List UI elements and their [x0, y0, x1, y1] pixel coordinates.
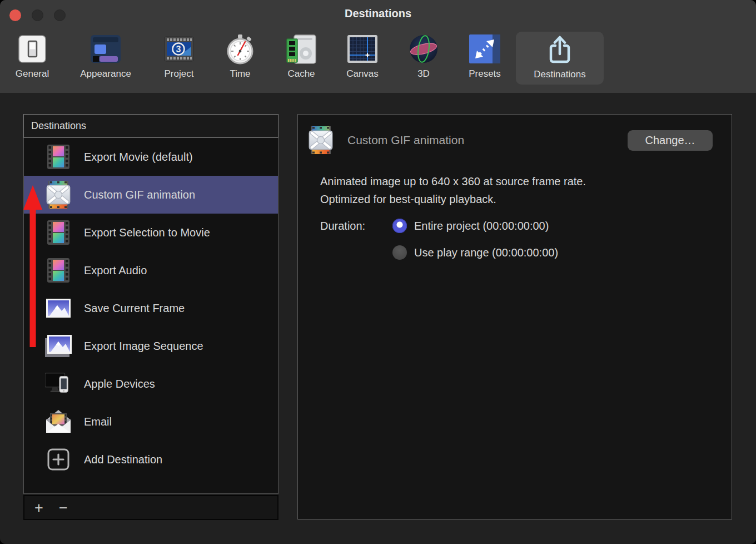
toolbar-item-cache[interactable]: Cache [282, 33, 320, 80]
destinations-list: Export Movie (default) Custom GIF animat… [23, 138, 278, 494]
toolbar-label: Presets [469, 68, 501, 80]
project-icon: 3 [163, 33, 195, 65]
photo-icon [45, 299, 72, 318]
list-header: Destinations [23, 114, 278, 138]
detail-panel: Custom GIF animation Change… Animated im… [297, 114, 732, 520]
radio-entire-project[interactable]: Entire project (00:00:00:00) [392, 219, 558, 233]
apple-devices-icon [45, 373, 72, 395]
detail-header: Custom GIF animation Change… [298, 115, 732, 154]
email-icon [45, 409, 72, 434]
toolbar-label: Destinations [534, 69, 586, 80]
annotation-arrow-up-icon [23, 185, 43, 347]
toolbar-item-appearance[interactable]: Appearance [70, 33, 141, 80]
preferences-window: Destinations General Appea [0, 0, 756, 544]
time-icon [225, 33, 256, 65]
photo-stack-icon [45, 335, 72, 357]
toolbar-item-destinations[interactable]: Destinations [516, 32, 604, 85]
toolbar-item-general[interactable]: General [9, 33, 56, 80]
list-item-email[interactable]: Email [24, 403, 278, 441]
description-line: Animated image up to 640 x 360 at source… [320, 172, 732, 190]
duration-label: Duration: [320, 219, 379, 272]
detail-title: Custom GIF animation [347, 133, 464, 147]
toolbar-label: Canvas [346, 68, 379, 80]
change-button[interactable]: Change… [628, 130, 713, 151]
list-item-add-destination[interactable]: Add Destination [24, 441, 278, 478]
list-item-export-selection[interactable]: Export Selection to Movie [24, 214, 278, 251]
list-item-label: Export Movie (default) [84, 151, 193, 164]
appearance-icon [90, 33, 121, 65]
toolbar-label: Project [165, 68, 194, 80]
radio-label: Use play range (00:00:00:00) [414, 246, 558, 259]
window-chrome: Destinations General Appea [0, 0, 756, 93]
toolbar-item-time[interactable]: Time [225, 33, 256, 80]
list-item-label: Save Current Frame [84, 302, 185, 315]
general-icon [17, 33, 48, 65]
canvas-icon [347, 33, 378, 65]
custom-gif-icon [307, 126, 334, 154]
duration-radio-group: Entire project (00:00:00:00) Use play ra… [392, 219, 558, 272]
list-item-label: Export Image Sequence [84, 340, 203, 353]
list-item-label: Custom GIF animation [84, 189, 195, 201]
film-strip-icon [45, 220, 72, 245]
list-item-custom-gif-animation[interactable]: Custom GIF animation [24, 176, 278, 214]
toolbar-item-project[interactable]: 3 Project [158, 33, 200, 80]
window-title: Destinations [0, 7, 756, 20]
toolbar-item-canvas[interactable]: Canvas [341, 33, 384, 80]
list-item-export-audio[interactable]: Export Audio [24, 251, 278, 289]
list-item-label: Email [84, 416, 112, 428]
list-item-export-image-sequence[interactable]: Export Image Sequence [24, 327, 278, 365]
add-icon [45, 448, 72, 471]
toolbar-label: Appearance [80, 68, 131, 80]
remove-destination-button[interactable]: − [56, 502, 71, 513]
description-line: Optimized for best-quality playback. [320, 190, 732, 208]
toolbar-label: General [16, 68, 49, 80]
toolbar-label: Cache [287, 68, 315, 80]
detail-description: Animated image up to 640 x 360 at source… [320, 172, 732, 208]
radio-label: Entire project (00:00:00:00) [414, 220, 549, 233]
toolbar-label: 3D [417, 68, 430, 80]
toolbar-label: Time [230, 68, 250, 80]
cache-icon [286, 33, 317, 65]
list-item-label: Add Destination [84, 453, 162, 466]
preferences-toolbar: General Appearance [0, 31, 756, 93]
radio-use-play-range[interactable]: Use play range (00:00:00:00) [392, 245, 558, 260]
list-item-export-movie[interactable]: Export Movie (default) [24, 138, 278, 176]
list-item-label: Export Selection to Movie [84, 226, 210, 239]
list-footer: + − [23, 495, 278, 520]
list-item-label: Export Audio [84, 264, 147, 277]
film-strip-icon [45, 145, 72, 169]
3d-icon [408, 33, 439, 65]
list-item-save-current-frame[interactable]: Save Current Frame [24, 289, 278, 327]
compressor-gif-icon [45, 181, 72, 209]
add-destination-button[interactable]: + [32, 502, 46, 513]
list-item-label: Apple Devices [84, 378, 155, 390]
toolbar-item-3d[interactable]: 3D [411, 33, 436, 80]
film-strip-icon [45, 258, 72, 283]
toolbar-item-presets[interactable]: Presets [462, 33, 507, 80]
destinations-icon [544, 34, 575, 65]
list-header-label: Destinations [31, 120, 86, 132]
titlebar[interactable]: Destinations [0, 0, 756, 31]
svg-text:3: 3 [176, 44, 181, 54]
radio-selected-icon[interactable] [392, 219, 407, 233]
destinations-list-panel: Destinations Export Movie (default) Cust… [23, 114, 278, 520]
presets-icon [469, 33, 500, 65]
duration-section: Duration: Entire project (00:00:00:00) U… [320, 219, 732, 272]
list-item-apple-devices[interactable]: Apple Devices [24, 365, 278, 403]
preferences-content: Destinations Export Movie (default) Cust… [0, 93, 756, 544]
radio-unselected-icon[interactable] [392, 245, 407, 260]
